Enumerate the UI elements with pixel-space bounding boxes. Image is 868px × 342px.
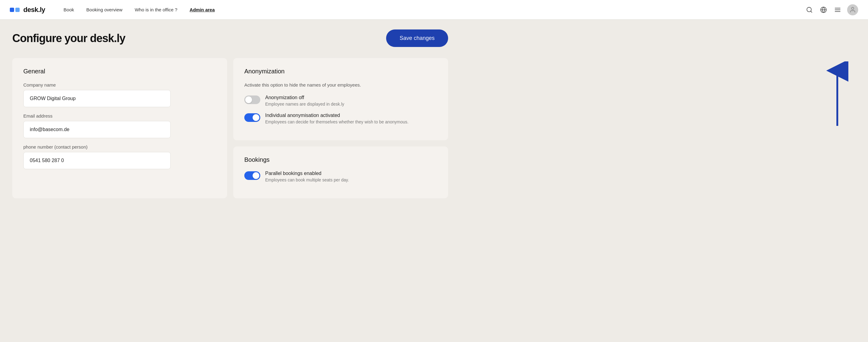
save-changes-button[interactable]: Save changes [386, 29, 448, 47]
user-icon [849, 6, 856, 13]
search-button[interactable] [805, 5, 814, 14]
bookings-card: Bookings Parallel bookings enabled Emplo… [233, 147, 448, 198]
page-title: Configure your desk.ly [12, 32, 125, 45]
cards-grid: General Company name Email address phone… [12, 58, 448, 198]
nav-who-is-in-office[interactable]: Who is in the office ? [129, 0, 184, 20]
bookings-section-title: Bookings [244, 156, 437, 163]
parallel-bookings-toggle[interactable] [244, 171, 260, 180]
menu-icon [834, 6, 841, 13]
brand-name: desk.ly [23, 6, 45, 14]
phone-label: phone number (contact person) [23, 144, 216, 150]
anon-individual-desc: Employees can decide for themselves whet… [265, 119, 437, 124]
globe-icon [820, 6, 827, 13]
anon-off-thumb [245, 96, 252, 103]
general-section-title: General [23, 68, 216, 75]
navbar: desk.ly Book Booking overview Who is in … [0, 0, 868, 20]
svg-point-7 [851, 7, 854, 9]
main-content: Configure your desk.ly Save changes Gene… [0, 20, 460, 208]
anonymization-section-title: Anonymization [244, 68, 437, 75]
svg-line-1 [811, 11, 812, 12]
general-card: General Company name Email address phone… [12, 58, 227, 198]
page-header: Configure your desk.ly Save changes [12, 29, 448, 47]
nav-links: Book Booking overview Who is in the offi… [57, 0, 805, 20]
anon-off-title: Anonymization off [265, 95, 437, 100]
parallel-bookings-labels: Parallel bookings enabled Employees can … [265, 171, 437, 182]
anon-individual-title: Individual anonymisation activated [265, 113, 437, 118]
right-column: Anonymization Activate this option to hi… [233, 58, 448, 198]
logo-icon [10, 6, 21, 13]
arrow-svg [825, 61, 849, 129]
logo-link[interactable]: desk.ly [10, 6, 45, 14]
nav-right [805, 4, 858, 15]
anon-individual-thumb [253, 114, 259, 121]
anon-off-labels: Anonymization off Employee names are dis… [265, 95, 437, 106]
anon-individual-toggle[interactable] [244, 113, 260, 122]
anon-off-desc: Employee names are displayed in desk.ly [265, 102, 437, 106]
user-avatar[interactable] [847, 4, 858, 15]
anon-individual-row: Individual anonymisation activated Emplo… [244, 113, 437, 124]
parallel-bookings-title: Parallel bookings enabled [265, 171, 437, 176]
company-name-label: Company name [23, 82, 216, 88]
parallel-bookings-row: Parallel bookings enabled Employees can … [244, 171, 437, 182]
nav-book[interactable]: Book [57, 0, 80, 20]
globe-button[interactable] [819, 5, 828, 14]
anon-off-row: Anonymization off Employee names are dis… [244, 95, 437, 106]
anonymization-description: Activate this option to hide the names o… [244, 82, 437, 88]
email-label: Email address [23, 113, 216, 119]
parallel-bookings-desc: Employees can book multiple seats per da… [265, 178, 437, 182]
anon-individual-labels: Individual anonymisation activated Emplo… [265, 113, 437, 124]
anon-off-toggle[interactable] [244, 95, 260, 104]
arrow-indicator [825, 61, 849, 130]
phone-input[interactable] [23, 152, 170, 169]
anonymization-card: Anonymization Activate this option to hi… [233, 58, 448, 140]
parallel-bookings-thumb [253, 172, 259, 179]
menu-button[interactable] [833, 5, 842, 14]
search-icon [806, 6, 813, 13]
email-input[interactable] [23, 121, 170, 138]
nav-booking-overview[interactable]: Booking overview [80, 0, 129, 20]
nav-admin-area[interactable]: Admin area [184, 0, 221, 20]
company-name-input[interactable] [23, 90, 170, 107]
